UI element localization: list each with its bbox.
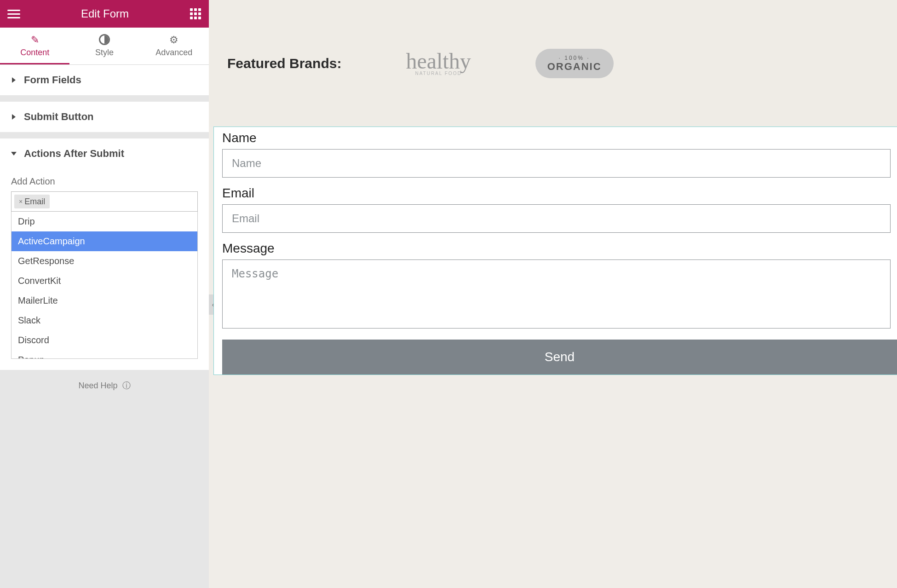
half-circle-icon xyxy=(99,34,110,45)
tab-label: Style xyxy=(95,48,114,57)
form-row-email: Email xyxy=(216,184,897,239)
section-title: Actions After Submit xyxy=(24,148,124,160)
send-button[interactable]: Send xyxy=(222,340,897,375)
form-widget[interactable]: Name Email Message Send xyxy=(213,127,897,375)
remove-chip-icon[interactable]: × xyxy=(19,198,23,205)
dropdown-option[interactable]: Slack xyxy=(12,311,197,330)
tab-content[interactable]: Content xyxy=(0,28,69,64)
section-toggle-submit-button[interactable]: Submit Button xyxy=(0,102,209,132)
chevron-down-icon xyxy=(11,152,17,156)
selected-action-chip: × Email xyxy=(14,195,50,208)
gear-icon xyxy=(168,34,179,45)
tab-advanced[interactable]: Advanced xyxy=(139,28,209,64)
section-form-fields: Form Fields xyxy=(0,65,209,102)
need-help-link[interactable]: Need Help ⓘ xyxy=(0,370,209,401)
dropdown-option[interactable]: ActiveCampaign xyxy=(12,231,197,251)
dropdown-option[interactable]: GetResponse xyxy=(12,251,197,271)
editor-sidebar: Edit Form Content Style Advanced Form Fi… xyxy=(0,0,209,588)
featured-brands-heading: Featured Brands: xyxy=(227,56,341,71)
section-toggle-actions-after[interactable]: Actions After Submit xyxy=(0,138,209,169)
section-body-actions-after: Add Action × Email Drip ActiveCampaign G… xyxy=(0,176,209,370)
dropdown-option[interactable]: MailerLite xyxy=(12,291,197,311)
brand-logo-healthy: healthy NATURAL FOOD xyxy=(406,51,471,75)
message-textarea[interactable] xyxy=(222,259,891,329)
email-label: Email xyxy=(222,186,891,201)
name-label: Name xyxy=(222,131,891,145)
chevron-right-icon xyxy=(12,77,16,83)
add-action-multiselect[interactable]: × Email xyxy=(11,191,198,212)
message-label: Message xyxy=(222,241,891,256)
dropdown-scroll[interactable]: Drip ActiveCampaign GetResponse ConvertK… xyxy=(12,212,197,359)
tab-label: Advanced xyxy=(155,48,192,57)
editor-tabs: Content Style Advanced xyxy=(0,28,209,65)
dropdown-option[interactable]: Drip xyxy=(12,212,197,231)
dropdown-option[interactable]: Discord xyxy=(12,330,197,350)
section-title: Form Fields xyxy=(24,74,81,86)
tab-label: Content xyxy=(20,48,49,57)
chip-label: Email xyxy=(24,197,45,207)
hamburger-menu-icon[interactable] xyxy=(7,7,20,20)
widgets-grid-icon[interactable] xyxy=(190,7,201,20)
section-title: Submit Button xyxy=(24,111,94,123)
featured-brands-strip: Featured Brands: healthy NATURAL FOOD · … xyxy=(209,0,897,127)
pencil-icon xyxy=(29,34,40,45)
section-actions-after-submit: Actions After Submit Add Action × Email … xyxy=(0,138,209,370)
email-input[interactable] xyxy=(222,204,891,233)
preview-canvas: Featured Brands: healthy NATURAL FOOD · … xyxy=(209,0,897,588)
sidebar-header: Edit Form xyxy=(0,0,209,28)
form-row-name: Name xyxy=(216,129,897,184)
section-submit-button: Submit Button xyxy=(0,102,209,138)
panel-title: Edit Form xyxy=(20,7,190,20)
form-row-message: Message xyxy=(216,239,897,337)
add-action-label: Add Action xyxy=(11,176,198,187)
name-input[interactable] xyxy=(222,149,891,178)
dropdown-option[interactable]: Popup xyxy=(12,350,197,359)
chevron-right-icon xyxy=(12,114,16,120)
dropdown-option[interactable]: ConvertKit xyxy=(12,271,197,291)
add-action-dropdown: Drip ActiveCampaign GetResponse ConvertK… xyxy=(11,212,198,359)
tab-style[interactable]: Style xyxy=(69,28,139,64)
section-toggle-form-fields[interactable]: Form Fields xyxy=(0,65,209,95)
brand-logo-organic: · 100% · ORGANIC xyxy=(535,49,614,78)
